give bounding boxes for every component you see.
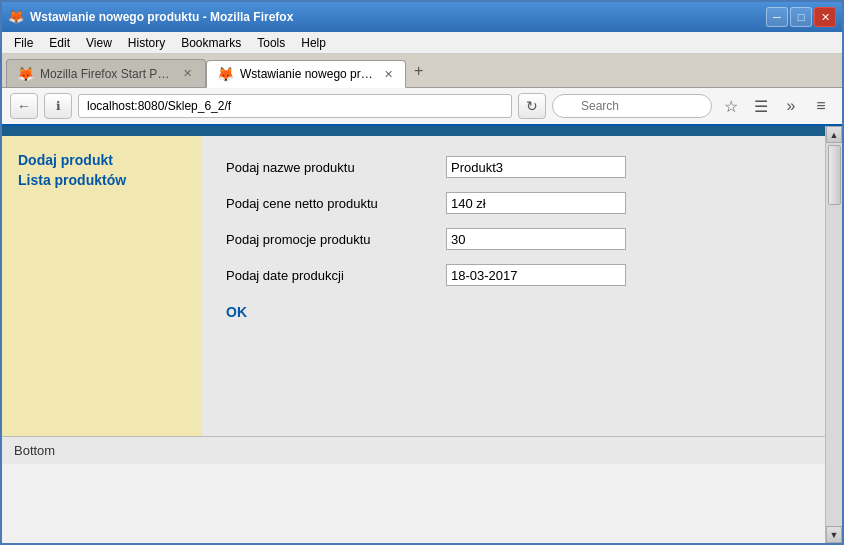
form-area: Podaj nazwe produktu Podaj cene netto pr…: [202, 136, 825, 436]
maximize-button[interactable]: □: [790, 7, 812, 27]
bottom-bar: Bottom: [2, 436, 825, 464]
form-row-price: Podaj cene netto produktu: [226, 192, 801, 214]
tab-firefox-start[interactable]: 🦊 Mozilla Firefox Start Page ✕: [6, 59, 206, 87]
scrollbar: ▲ ▼: [825, 126, 842, 543]
reading-list-icon[interactable]: ☰: [748, 93, 774, 119]
tab-close-start[interactable]: ✕: [179, 66, 195, 82]
tab-icon-product: 🦊: [217, 66, 234, 82]
scroll-track[interactable]: [826, 143, 842, 526]
browser-window: 🦊 Wstawianie nowego produktu - Mozilla F…: [0, 0, 844, 545]
title-bar: 🦊 Wstawianie nowego produktu - Mozilla F…: [2, 2, 842, 32]
more-tools-icon[interactable]: »: [778, 93, 804, 119]
back-button[interactable]: ←: [10, 93, 38, 119]
tab-label-product: Wstawianie nowego produktu: [240, 67, 375, 81]
scroll-up-button[interactable]: ▲: [826, 126, 842, 143]
search-wrapper: 🔍: [552, 94, 712, 118]
sidebar-link-product-list[interactable]: Lista produktów: [18, 172, 186, 188]
sidebar-link-add-product[interactable]: Dodaj produkt: [18, 152, 186, 168]
close-button[interactable]: ✕: [814, 7, 836, 27]
content-area: Dodaj produkt Lista produktów Podaj nazw…: [2, 126, 842, 543]
form-row-date: Podaj date produkcji: [226, 264, 801, 286]
menu-file[interactable]: File: [6, 34, 41, 52]
label-product-date: Podaj date produkcji: [226, 268, 446, 283]
reload-button[interactable]: ↻: [518, 93, 546, 119]
new-tab-button[interactable]: +: [406, 58, 431, 84]
menu-history[interactable]: History: [120, 34, 173, 52]
bookmark-star-icon[interactable]: ☆: [718, 93, 744, 119]
tab-bar: 🦊 Mozilla Firefox Start Page ✕ 🦊 Wstawia…: [2, 54, 842, 88]
tab-product[interactable]: 🦊 Wstawianie nowego produktu ✕: [206, 60, 406, 88]
firefox-icon: 🦊: [8, 9, 24, 25]
minimize-button[interactable]: ─: [766, 7, 788, 27]
title-bar-left: 🦊 Wstawianie nowego produktu - Mozilla F…: [8, 9, 293, 25]
menu-bar: File Edit View History Bookmarks Tools H…: [2, 32, 842, 54]
menu-help[interactable]: Help: [293, 34, 334, 52]
label-product-price: Podaj cene netto produktu: [226, 196, 446, 211]
scroll-thumb[interactable]: [828, 145, 841, 205]
form-row-promo: Podaj promocje produktu: [226, 228, 801, 250]
tab-icon-firefox: 🦊: [17, 66, 34, 82]
bottom-text: Bottom: [14, 443, 55, 458]
menu-edit[interactable]: Edit: [41, 34, 78, 52]
menu-icon[interactable]: ≡: [808, 93, 834, 119]
page-body: Dodaj produkt Lista produktów Podaj nazw…: [2, 136, 825, 436]
search-input[interactable]: [552, 94, 712, 118]
menu-bookmarks[interactable]: Bookmarks: [173, 34, 249, 52]
tab-close-product[interactable]: ✕: [381, 66, 395, 82]
address-bar: ← ℹ ↻ 🔍 ☆ ☰ » ≡: [2, 88, 842, 126]
input-product-promo[interactable]: [446, 228, 626, 250]
page-header-bar: [2, 126, 825, 136]
toolbar-icons: ☆ ☰ » ≡: [718, 93, 834, 119]
info-icon: ℹ: [44, 93, 72, 119]
main-content: Dodaj produkt Lista produktów Podaj nazw…: [2, 126, 825, 543]
menu-tools[interactable]: Tools: [249, 34, 293, 52]
menu-view[interactable]: View: [78, 34, 120, 52]
window-controls: ─ □ ✕: [766, 7, 836, 27]
form-row-name: Podaj nazwe produktu: [226, 156, 801, 178]
tab-label-start: Mozilla Firefox Start Page: [40, 67, 173, 81]
sidebar: Dodaj produkt Lista produktów: [2, 136, 202, 436]
ok-button[interactable]: OK: [226, 304, 247, 320]
url-input[interactable]: [78, 94, 512, 118]
input-product-date[interactable]: [446, 264, 626, 286]
input-product-price[interactable]: [446, 192, 626, 214]
label-product-promo: Podaj promocje produktu: [226, 232, 446, 247]
input-product-name[interactable]: [446, 156, 626, 178]
scroll-down-button[interactable]: ▼: [826, 526, 842, 543]
label-product-name: Podaj nazwe produktu: [226, 160, 446, 175]
window-title: Wstawianie nowego produktu - Mozilla Fir…: [30, 10, 293, 24]
